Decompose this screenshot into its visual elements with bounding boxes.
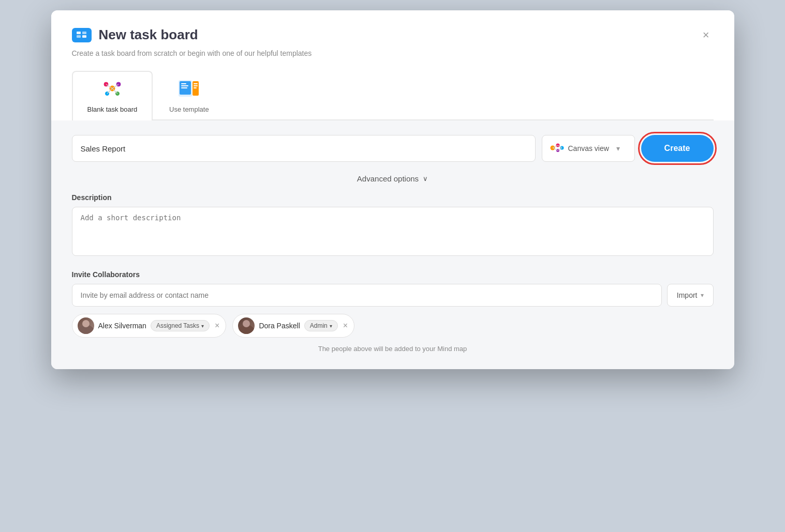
role-label: Assigned Tasks [156, 322, 199, 329]
tab-template[interactable]: Use template [153, 71, 225, 120]
tab-template-label: Use template [169, 105, 209, 113]
blank-board-icon [102, 79, 123, 101]
title-left: New task board [72, 27, 198, 43]
svg-rect-1 [77, 35, 81, 38]
footer-note: The people above will be added to your M… [72, 345, 714, 353]
input-row: Canvas view ▾ Create [72, 135, 714, 162]
collaborator-name: Alex Silverman [98, 322, 146, 330]
svg-point-31 [82, 320, 90, 327]
close-button[interactable]: × [699, 27, 714, 43]
create-button[interactable]: Create [641, 135, 714, 162]
remove-collaborator-button[interactable]: × [214, 322, 220, 330]
svg-rect-3 [82, 35, 86, 38]
template-icon [177, 79, 200, 101]
role-chevron-icon: ▾ [330, 323, 332, 329]
role-chevron-icon: ▾ [201, 323, 204, 329]
tab-blank-label: Blank task board [87, 105, 138, 113]
role-label: Admin [310, 322, 328, 329]
board-name-input[interactable] [72, 135, 536, 162]
collaborator-chip: Alex Silverman Assigned Tasks ▾ × [72, 314, 227, 338]
description-textarea[interactable] [72, 207, 714, 256]
import-chevron-icon: ▾ [701, 292, 704, 299]
svg-rect-2 [82, 32, 86, 34]
title-row: New task board × [72, 27, 714, 43]
svg-rect-0 [77, 32, 81, 34]
description-label: Description [72, 193, 714, 202]
advanced-section: Advanced options ∨ Description Invite Co… [72, 174, 714, 353]
svg-point-33 [243, 320, 250, 327]
collaborator-chip: Dora Paskell Admin ▾ × [232, 314, 354, 338]
import-button[interactable]: Import ▾ [667, 284, 714, 307]
modal-header: New task board × Create a task board fro… [51, 10, 734, 120]
invite-input[interactable] [72, 284, 662, 307]
svg-rect-17 [181, 87, 187, 88]
collaborators-section: Invite Collaborators Import ▾ [72, 270, 714, 353]
modal: New task board × Create a task board fro… [51, 10, 734, 369]
modal-subtitle: Create a task board from scratch or begi… [72, 49, 714, 57]
advanced-toggle-button[interactable]: Advanced options ∨ [72, 174, 714, 183]
svg-rect-15 [181, 83, 186, 84]
remove-collaborator-button[interactable]: × [342, 322, 349, 330]
role-badge[interactable]: Assigned Tasks ▾ [151, 320, 210, 331]
view-label: Canvas view [568, 144, 609, 153]
import-label: Import [677, 291, 698, 299]
tabs-row: Blank task board [72, 70, 714, 120]
modal-body: Canvas view ▾ Create Advanced options ∨ … [51, 120, 734, 369]
canvas-dots-icon [550, 142, 564, 155]
advanced-chevron-icon: ∨ [423, 175, 428, 183]
svg-rect-19 [194, 83, 198, 84]
collaborators-list: Alex Silverman Assigned Tasks ▾ × [72, 314, 714, 338]
invite-row: Import ▾ [72, 284, 714, 307]
collaborators-label: Invite Collaborators [72, 270, 714, 279]
avatar [78, 317, 94, 334]
modal-title: New task board [99, 27, 198, 43]
tab-blank[interactable]: Blank task board [72, 71, 153, 120]
view-chevron-icon: ▾ [616, 144, 620, 153]
collaborator-name: Dora Paskell [259, 322, 300, 330]
avatar [238, 317, 255, 334]
task-board-icon [72, 28, 92, 42]
role-badge[interactable]: Admin ▾ [304, 320, 338, 331]
svg-rect-21 [194, 87, 197, 88]
svg-rect-20 [194, 85, 198, 86]
advanced-toggle-label: Advanced options [357, 174, 419, 183]
description-section: Description [72, 193, 714, 270]
svg-rect-16 [181, 85, 188, 86]
view-selector[interactable]: Canvas view ▾ [542, 135, 635, 162]
